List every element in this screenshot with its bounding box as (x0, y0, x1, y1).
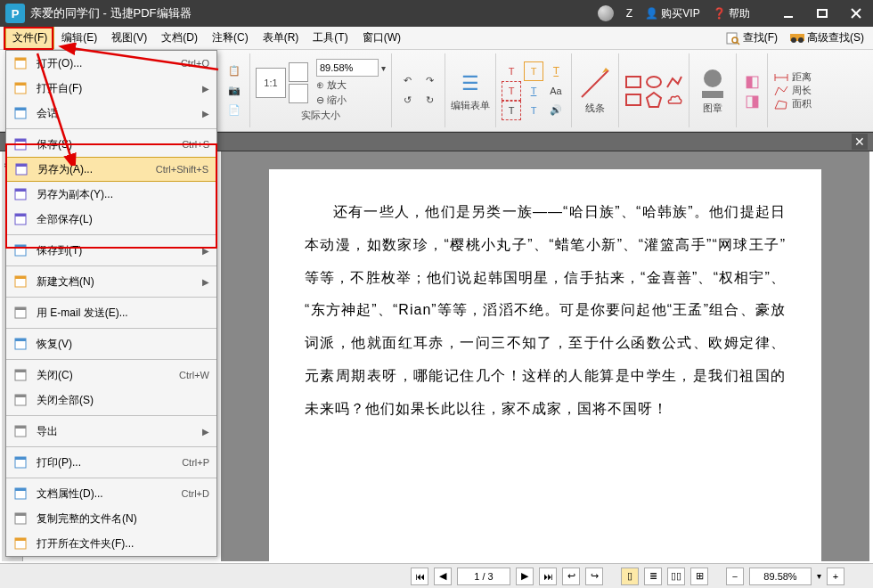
menu-window[interactable]: 窗口(W) (355, 27, 408, 49)
page-number-input[interactable] (457, 568, 510, 585)
file-menu-item-11[interactable]: 关闭(C)Ctrl+W (6, 363, 216, 388)
zoom-out-button[interactable]: ⊖ 缩小 (316, 94, 347, 107)
area-tool[interactable]: 面积 (773, 97, 812, 110)
single-page-view-button[interactable]: ▯ (621, 568, 639, 585)
file-menu-item-2[interactable]: 会话▶ (6, 101, 216, 126)
file-menu-item-12[interactable]: 关闭全部(S) (6, 388, 216, 412)
help-link[interactable]: ❓ 帮助 (713, 6, 750, 21)
user-letter[interactable]: Z (626, 7, 632, 20)
paste-icon[interactable]: 📋 (224, 61, 244, 81)
nav-fwd-button[interactable]: ↪ (585, 568, 603, 585)
rotate-right-icon[interactable]: ↷ (420, 71, 439, 91)
maximize-button[interactable] (814, 5, 830, 21)
file-menu-item-8[interactable]: 新建文档(N)▶ (6, 269, 216, 294)
file-menu-item-10[interactable]: 恢复(V) (6, 331, 216, 356)
pencil-line-icon[interactable] (577, 66, 613, 102)
ribbon-group-clipboard: 📋 📷 📄 (219, 53, 250, 127)
file-menu-item-6[interactable]: 全部保存(L) (6, 207, 216, 232)
zoom-in-status-button[interactable]: + (827, 568, 844, 585)
buy-vip-link[interactable]: 👤 购买VIP (645, 6, 700, 21)
file-menu-item-1[interactable]: 打开自(F)▶ (6, 76, 216, 101)
file-menu-item-16[interactable]: 复制完整的文件名(N) (6, 506, 216, 531)
last-page-button[interactable]: ⏭ (539, 568, 557, 585)
circle-shape-icon[interactable] (645, 73, 663, 91)
file-menu-item-9[interactable]: 用 E-mail 发送(E)... (6, 300, 216, 325)
svg-rect-45 (15, 370, 26, 372)
rect-shape-icon[interactable] (624, 73, 642, 91)
zoom-status-input[interactable] (749, 568, 812, 585)
document-viewport[interactable]: 还有一些人，他们是另类一族——“哈日族”、“哈韩族”。他们提起日本动漫，如数家珍… (221, 151, 869, 561)
file-menu-item-icon (13, 367, 29, 383)
redo-icon[interactable]: ↻ (420, 91, 439, 110)
file-menu-item-3[interactable]: 保存(S)Ctrl+S (6, 132, 216, 157)
file-menu-item-icon (13, 486, 29, 502)
next-page-button[interactable]: ▶ (516, 568, 534, 585)
zoom-out-status-button[interactable]: − (726, 568, 744, 585)
rect-fill-icon[interactable] (624, 91, 642, 109)
edit-form-icon[interactable]: ☰ (455, 69, 485, 99)
zoom-in-button[interactable]: ⊕ 放大 (316, 78, 347, 92)
menu-form[interactable]: 表单(R) (256, 27, 306, 49)
page-fit-icon[interactable] (289, 62, 308, 82)
zoom-input[interactable] (316, 59, 379, 77)
svg-line-10 (582, 70, 608, 97)
find-button[interactable]: 查找(F) (722, 29, 781, 47)
text-select-icon[interactable]: T (502, 61, 521, 81)
format-icon[interactable]: Aa (546, 81, 566, 101)
text-box-icon[interactable]: T (524, 61, 543, 81)
actual-size-icon[interactable]: 1:1 (256, 68, 286, 98)
file-menu-item-7[interactable]: 保存到(T)▶ (6, 238, 216, 263)
ribbon-group-form: ☰ 编辑表单 (445, 53, 496, 127)
first-page-button[interactable]: ⏮ (411, 568, 428, 585)
text-edit-icon[interactable]: T (502, 81, 521, 101)
menu-comment[interactable]: 注释(C) (205, 27, 256, 49)
file-menu-item-0[interactable]: 打开(O)...Ctrl+O (6, 51, 216, 76)
svg-rect-4 (727, 33, 737, 44)
advanced-find-button[interactable]: 高级查找(S) (787, 29, 868, 47)
prev-page-button[interactable]: ◀ (434, 568, 452, 585)
cloud-icon[interactable] (665, 91, 683, 109)
svg-point-16 (704, 69, 722, 87)
file-menu-item-label: 打开(O)... (37, 56, 174, 71)
ribbon-group-measure: 距离 周长 面积 (768, 53, 817, 127)
tab-close-button[interactable]: ✕ (852, 134, 868, 150)
file-menu-item-5[interactable]: 另存为副本(Y)... (6, 182, 216, 207)
facing-continuous-button[interactable]: ⊞ (690, 568, 708, 585)
file-menu-item-label: 另存为副本(Y)... (37, 187, 209, 202)
polyline-icon[interactable] (665, 73, 683, 91)
rotate-left-icon[interactable]: ↶ (397, 71, 417, 91)
text-underline-icon[interactable]: T (524, 81, 543, 101)
camera-icon[interactable]: 📷 (224, 81, 244, 101)
svg-rect-41 (15, 307, 26, 310)
menu-document[interactable]: 文档(D) (154, 27, 205, 49)
menu-tools[interactable]: 工具(T) (306, 27, 355, 49)
page-width-icon[interactable] (289, 84, 308, 103)
menu-file[interactable]: 文件(F) (5, 27, 54, 49)
menu-view[interactable]: 视图(V) (104, 27, 154, 49)
stamp-icon[interactable] (695, 66, 730, 102)
file-menu-item-17[interactable]: 打开所在文件夹(F)... (6, 531, 216, 556)
file-menu-item-4[interactable]: 另存为(A)...Ctrl+Shift+S (6, 157, 216, 182)
perimeter-tool[interactable]: 周长 (773, 84, 812, 97)
file-menu-item-13[interactable]: 导出▶ (6, 419, 216, 444)
file-menu-item-15[interactable]: 文档属性(D)...Ctrl+D (6, 481, 216, 506)
clipboard-icon[interactable]: 📄 (224, 101, 244, 120)
continuous-view-button[interactable]: ≣ (644, 568, 662, 585)
eraser2-icon[interactable]: ◨ (742, 91, 762, 110)
distance-tool[interactable]: 距离 (773, 70, 812, 84)
menu-edit[interactable]: 编辑(E) (54, 27, 104, 49)
close-button[interactable] (848, 5, 864, 21)
globe-icon[interactable] (598, 5, 614, 21)
minimize-button[interactable] (780, 5, 796, 21)
polygon-icon[interactable] (645, 91, 663, 109)
eraser-icon[interactable]: ◧ (742, 71, 762, 91)
file-menu-item-14[interactable]: 打印(P)...Ctrl+P (6, 450, 216, 475)
sound-icon[interactable]: 🔊 (546, 101, 566, 120)
text-plain-icon[interactable]: T (524, 101, 543, 120)
undo-icon[interactable]: ↺ (397, 91, 417, 110)
nav-back-button[interactable]: ↩ (562, 568, 580, 585)
text-strike-icon[interactable]: T (502, 101, 521, 120)
svg-marker-21 (775, 101, 787, 109)
text-highlight-icon[interactable]: T̲ (546, 61, 566, 81)
facing-view-button[interactable]: ▯▯ (667, 568, 685, 585)
